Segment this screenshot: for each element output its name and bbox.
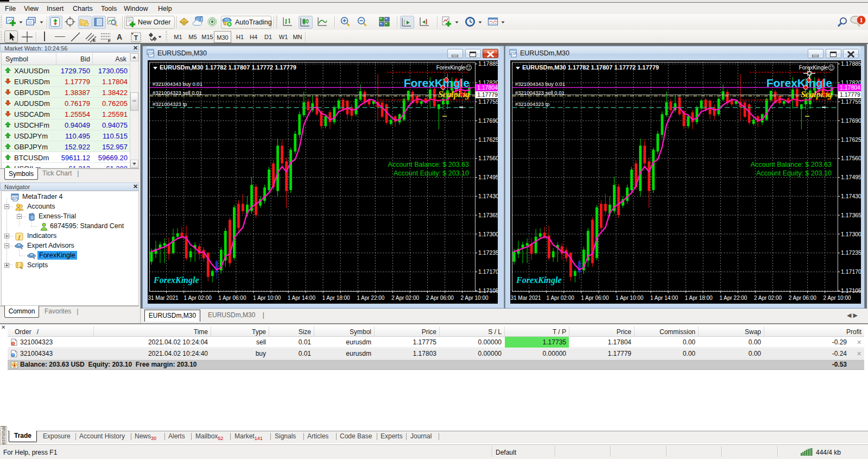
- svg-text:31 Mar 2021: 31 Mar 2021: [510, 295, 541, 301]
- svg-text:ForexKingle: ForexKingle: [516, 275, 562, 285]
- svg-text:1.17885: 1.17885: [841, 60, 861, 67]
- svg-text:Account Equity: $ 203.10: Account Equity: $ 203.10: [756, 169, 832, 177]
- svg-text:EURUSDm,M30 1.17782 1.17807 1: EURUSDm,M30 1.17782 1.17807 1.17772 1.17…: [160, 64, 296, 71]
- svg-text:1.17560: 1.17560: [841, 155, 861, 161]
- svg-text:1 Apr 22:00: 1 Apr 22:00: [719, 295, 747, 301]
- svg-text:#321004343 buy 0.01: #321004343 buy 0.01: [515, 81, 565, 87]
- svg-text:1.17365: 1.17365: [478, 212, 498, 218]
- svg-text:1.17170: 1.17170: [478, 268, 498, 275]
- svg-text:1.17430: 1.17430: [478, 193, 498, 199]
- svg-text:1.17105: 1.17105: [478, 287, 498, 294]
- svg-text:1.17365: 1.17365: [841, 212, 861, 218]
- svg-text:Account Balance: $ 203.63: Account Balance: $ 203.63: [751, 161, 832, 168]
- svg-text:1.17560: 1.17560: [478, 155, 498, 161]
- svg-text:Account Balance: $ 203.63: Account Balance: $ 203.63: [388, 161, 469, 168]
- svg-text:1 Apr 02:00: 1 Apr 02:00: [547, 295, 575, 301]
- svg-text:2 Apr 02:00: 2 Apr 02:00: [391, 295, 420, 301]
- svg-text:#321004323 sell 0.01: #321004323 sell 0.01: [153, 90, 202, 96]
- svg-text:1.17885: 1.17885: [478, 60, 498, 67]
- svg-text:ForexKingle: ForexKingle: [404, 77, 470, 89]
- svg-text:T: T: [134, 34, 138, 42]
- svg-text:Scalping: Scalping: [438, 90, 470, 99]
- svg-text:2 Apr 10:00: 2 Apr 10:00: [823, 295, 851, 301]
- svg-text:ForexKingle: ForexKingle: [766, 77, 832, 89]
- svg-text:EURUSDm,M30 1.17782 1.17807 1: EURUSDm,M30 1.17782 1.17807 1.17772 1.17…: [522, 64, 659, 71]
- svg-text:1 Apr 10:00: 1 Apr 10:00: [253, 295, 281, 301]
- svg-text:1.17804: 1.17804: [840, 84, 860, 91]
- svg-text:1.17495: 1.17495: [478, 174, 498, 180]
- svg-text:1: 1: [859, 16, 863, 24]
- svg-text:1.17755: 1.17755: [478, 98, 498, 105]
- svg-text:1 Apr 06:00: 1 Apr 06:00: [581, 295, 609, 301]
- svg-text:ForexKingle: ForexKingle: [153, 275, 199, 285]
- svg-text:1.17625: 1.17625: [841, 136, 861, 143]
- svg-text:1.17755: 1.17755: [841, 98, 861, 105]
- svg-text:E: E: [93, 38, 96, 42]
- svg-text:1.17779: 1.17779: [477, 91, 498, 98]
- svg-text:1 Apr 02:00: 1 Apr 02:00: [184, 295, 212, 301]
- svg-text:2 Apr 06:00: 2 Apr 06:00: [426, 295, 454, 301]
- svg-text:Scalping: Scalping: [801, 90, 832, 99]
- svg-text:1.17300: 1.17300: [478, 231, 498, 237]
- svg-text:1.17235: 1.17235: [841, 249, 861, 256]
- svg-text:1.17690: 1.17690: [841, 117, 861, 124]
- svg-text:1.17105: 1.17105: [841, 287, 861, 294]
- svg-text:1 Apr 14:00: 1 Apr 14:00: [650, 295, 679, 301]
- svg-text:1 Apr 06:00: 1 Apr 06:00: [218, 295, 246, 301]
- svg-text:1.17495: 1.17495: [841, 174, 861, 180]
- svg-text:#321004323 sell 0.01: #321004323 sell 0.01: [515, 90, 565, 96]
- svg-text:1.17235: 1.17235: [478, 249, 498, 256]
- svg-text:31 Mar 2021: 31 Mar 2021: [148, 295, 179, 301]
- svg-text:1.17170: 1.17170: [841, 268, 861, 275]
- svg-text:1.17625: 1.17625: [478, 136, 498, 143]
- svg-text:1.17804: 1.17804: [477, 84, 498, 91]
- svg-text:1 Apr 14:00: 1 Apr 14:00: [288, 295, 316, 301]
- svg-text:1.17300: 1.17300: [841, 231, 861, 237]
- svg-text:1 Apr 22:00: 1 Apr 22:00: [357, 295, 385, 301]
- svg-text:1.17779: 1.17779: [840, 91, 860, 98]
- svg-text:#321004323 tp: #321004323 tp: [153, 101, 187, 107]
- svg-text:ForexKingle: ForexKingle: [436, 65, 466, 71]
- svg-text:1.17690: 1.17690: [478, 117, 498, 124]
- svg-text:2 Apr 02:00: 2 Apr 02:00: [754, 295, 782, 301]
- svg-text:F: F: [108, 39, 111, 43]
- svg-text:#321004323 tp: #321004323 tp: [515, 101, 549, 107]
- svg-text:1 Apr 10:00: 1 Apr 10:00: [616, 295, 644, 301]
- svg-text:#321004343 buy 0.01: #321004343 buy 0.01: [153, 81, 202, 87]
- svg-text:1 Apr 18:00: 1 Apr 18:00: [322, 295, 351, 301]
- svg-text:2 Apr 10:00: 2 Apr 10:00: [460, 295, 489, 301]
- svg-text:Account Equity: $ 203.10: Account Equity: $ 203.10: [394, 169, 469, 177]
- svg-text:1 Apr 18:00: 1 Apr 18:00: [685, 295, 713, 301]
- svg-text:1.17430: 1.17430: [841, 193, 861, 199]
- svg-text:2 Apr 06:00: 2 Apr 06:00: [789, 295, 817, 301]
